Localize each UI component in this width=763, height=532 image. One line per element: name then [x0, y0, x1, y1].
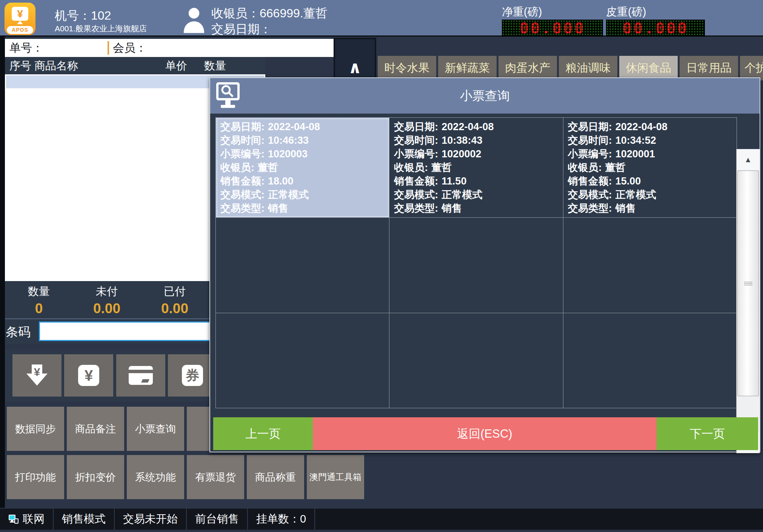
logo-monitor-icon: ¥ [12, 7, 28, 21]
col-qty: 数量 [204, 57, 226, 74]
receipt-card-1[interactable]: 交易日期:2022-04-08 交易时间:10:46:33 小票编号:10200… [216, 118, 389, 218]
col-name: 商品名称 [34, 57, 78, 74]
unpaid-label: 未付 [73, 284, 141, 299]
qty-label: 数量 [5, 284, 73, 299]
receipt-cell-empty [216, 218, 389, 313]
tab-daily-goods[interactable]: 日常用品 [680, 56, 738, 80]
tab-snack-food[interactable]: 休闲食品 [619, 56, 678, 80]
cashier-avatar-icon [180, 5, 208, 34]
fn-discount-button[interactable]: 折扣变价 [67, 455, 124, 499]
fn-return-with-receipt-button[interactable]: 有票退货 [187, 455, 244, 499]
receipt-search-icon [215, 81, 240, 109]
cash-payment-button[interactable]: ¥ [64, 354, 113, 397]
status-bar: 联网 销售模式 交易未开始 前台销售 挂单数：0 [0, 508, 763, 530]
order-member-bar: 单号： 会员： [5, 39, 334, 57]
scroll-grip-icon [744, 281, 752, 285]
store-name: A001.般果农业上海旗舰店 [55, 23, 147, 34]
logo-monitor-stand [17, 21, 23, 24]
coupon-square-icon: 券 [182, 365, 203, 386]
pending-orders-status: 挂单数：0 [248, 509, 315, 530]
card-payment-button[interactable] [116, 354, 165, 397]
fn-system-button[interactable]: 系统功能 [127, 455, 184, 499]
apos-logo: ¥ APOS [5, 3, 35, 35]
yen-square-icon: ¥ [78, 365, 99, 386]
barcode-input[interactable] [39, 321, 214, 341]
chevron-up-icon: ∧ [348, 56, 362, 79]
trade-date: 交易日期： [211, 21, 272, 38]
tab-grain-oil-seasoning[interactable]: 粮油调味 [559, 56, 617, 80]
cash-collect-button[interactable]: ¥ [12, 354, 62, 397]
receipt-query-dialog: 小票查询 交易日期:2022-04-08 交易时间:10:46:33 小票编号:… [209, 77, 760, 452]
barcode-label: 条码 [6, 324, 31, 341]
logo-brand-text: APOS [7, 26, 33, 34]
front-sale-status: 前台销售 [187, 509, 248, 530]
receipt-cell-empty [563, 313, 737, 409]
tab-seasonal-fruit[interactable]: 时令水果 [378, 56, 436, 80]
net-weight-label: 净重(磅) [502, 5, 542, 20]
paid-label: 已付 [141, 284, 209, 299]
receipt-cell-empty [389, 313, 563, 409]
scroll-up-button[interactable]: ▲ [737, 149, 759, 170]
fn-print-button[interactable]: 打印功能 [7, 455, 64, 499]
trade-state-status: 交易未开始 [115, 509, 187, 530]
items-table-header: 序号 商品名称 单价 数量 [5, 57, 265, 74]
receipt-card-3[interactable]: 交易日期:2022-04-08 交易时间:10:34:52 小票编号:10200… [563, 118, 737, 218]
dialog-title: 小票查询 [210, 78, 760, 114]
svg-text:¥: ¥ [34, 366, 40, 378]
fn-receipt-query-button[interactable]: 小票查询 [127, 407, 184, 451]
cashier-name: 收银员：666999.董哲 [211, 5, 328, 22]
paid-value: 0.00 [141, 301, 209, 317]
receipt-cell-empty [563, 218, 737, 313]
receipt-cell-empty [216, 313, 389, 409]
next-page-button[interactable]: 下一页 [657, 417, 758, 450]
dialog-header: 小票查询 [210, 78, 760, 114]
fn-macaupass-toolbox-button[interactable]: 澳門通工具箱 [307, 455, 364, 499]
receipt-cell-empty [389, 218, 563, 313]
receipt-grid: 交易日期:2022-04-08 交易时间:10:46:33 小票编号:10200… [215, 117, 737, 408]
sale-mode-status: 销售模式 [54, 509, 115, 530]
qty-value: 0 [5, 301, 73, 317]
collapse-tabs-button[interactable]: ∧ [334, 38, 376, 80]
back-esc-button[interactable]: 返回(ESC) [313, 417, 657, 450]
order-no-label: 单号： [9, 40, 43, 56]
network-status: 联网 [0, 509, 54, 530]
col-price: 单价 [165, 57, 187, 74]
order-member-divider [108, 41, 109, 55]
tare-weight-led-display: 00.000 [606, 20, 705, 37]
left-panel-border [0, 37, 5, 508]
machine-number: 机号：102 [55, 8, 111, 24]
col-seq: 序号 [9, 57, 31, 74]
yen-down-arrow-icon: ¥ [25, 364, 49, 387]
fn-item-note-button[interactable]: 商品备注 [67, 407, 124, 451]
unpaid-value: 0.00 [73, 301, 141, 317]
network-icon [8, 514, 19, 524]
tab-meat-egg-seafood[interactable]: 肉蛋水产 [498, 56, 557, 80]
dialog-body: 交易日期:2022-04-08 交易时间:10:46:33 小票编号:10200… [210, 114, 760, 418]
tab-personal-care[interactable]: 个护 [740, 56, 763, 80]
fn-data-sync-button[interactable]: 数据同步 [7, 407, 64, 451]
fn-weigh-button[interactable]: 商品称重 [247, 455, 304, 499]
receipt-card-2[interactable]: 交易日期:2022-04-08 交易时间:10:38:43 小票编号:10200… [389, 118, 563, 218]
app-header: ¥ APOS 机号：102 A001.般果农业上海旗舰店 收银员：666999.… [0, 0, 763, 37]
tab-fresh-vegetable[interactable]: 新鲜蔬菜 [438, 56, 497, 80]
member-label: 会员： [113, 40, 147, 56]
bank-card-icon [128, 366, 153, 385]
prev-page-button[interactable]: 上一页 [213, 417, 313, 450]
scroll-thumb[interactable] [737, 171, 759, 396]
net-weight-led-display: 00.000 [502, 20, 603, 37]
dialog-scrollbar[interactable]: ▲ ▼ [736, 149, 760, 453]
tare-weight-label: 皮重(磅) [606, 5, 646, 20]
pos-application: ¥ APOS 机号：102 A001.般果农业上海旗舰店 收银员：666999.… [0, 0, 763, 532]
